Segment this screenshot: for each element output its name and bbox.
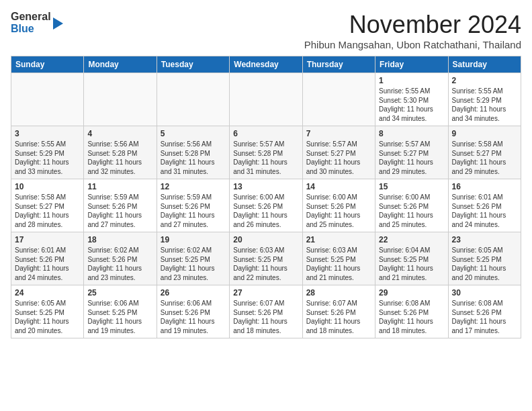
calendar-week-1: 1Sunrise: 5:55 AMSunset: 5:30 PMDaylight… — [11, 73, 521, 126]
calendar-cell — [157, 73, 229, 126]
calendar-cell: 2Sunrise: 5:55 AMSunset: 5:29 PMDaylight… — [448, 73, 521, 126]
calendar-header-sunday: Sunday — [11, 56, 84, 73]
day-number: 12 — [161, 182, 226, 191]
calendar-cell — [230, 73, 302, 126]
logo-blue: Blue — [11, 23, 51, 35]
day-number: 4 — [87, 129, 152, 138]
day-number: 27 — [233, 288, 298, 298]
calendar-week-2: 3Sunrise: 5:55 AMSunset: 5:29 PMDaylight… — [11, 126, 521, 179]
title-block: November 2024 Phibun Mangsahan, Ubon Rat… — [304, 11, 521, 50]
calendar-cell: 4Sunrise: 5:56 AMSunset: 5:28 PMDaylight… — [84, 126, 157, 179]
day-info: Sunrise: 6:01 AMSunset: 5:26 PMDaylight:… — [452, 193, 517, 229]
day-info: Sunrise: 6:08 AMSunset: 5:26 PMDaylight:… — [379, 299, 444, 335]
day-number: 16 — [452, 182, 517, 191]
day-number: 24 — [15, 288, 80, 298]
calendar-cell: 9Sunrise: 5:58 AMSunset: 5:27 PMDaylight… — [448, 126, 521, 179]
day-info: Sunrise: 6:04 AMSunset: 5:25 PMDaylight:… — [379, 246, 444, 282]
day-info: Sunrise: 6:05 AMSunset: 5:25 PMDaylight:… — [15, 299, 80, 335]
day-number: 18 — [87, 235, 152, 244]
calendar-week-5: 24Sunrise: 6:05 AMSunset: 5:25 PMDayligh… — [11, 285, 521, 338]
calendar-header-wednesday: Wednesday — [230, 56, 302, 73]
day-number: 20 — [233, 235, 298, 244]
calendar-cell: 27Sunrise: 6:07 AMSunset: 5:26 PMDayligh… — [230, 285, 302, 338]
calendar-cell: 28Sunrise: 6:07 AMSunset: 5:26 PMDayligh… — [302, 285, 375, 338]
calendar-cell: 8Sunrise: 5:57 AMSunset: 5:27 PMDaylight… — [375, 126, 448, 179]
calendar-cell: 3Sunrise: 5:55 AMSunset: 5:29 PMDaylight… — [11, 126, 84, 179]
day-info: Sunrise: 5:59 AMSunset: 5:26 PMDaylight:… — [87, 193, 152, 229]
location-subtitle: Phibun Mangsahan, Ubon Ratchathani, Thai… — [304, 39, 521, 50]
calendar-cell: 22Sunrise: 6:04 AMSunset: 5:25 PMDayligh… — [375, 232, 448, 285]
calendar-cell — [11, 73, 84, 126]
calendar-header-monday: Monday — [84, 56, 157, 73]
calendar-cell: 1Sunrise: 5:55 AMSunset: 5:30 PMDaylight… — [375, 73, 448, 126]
day-number: 14 — [306, 182, 371, 191]
day-info: Sunrise: 5:55 AMSunset: 5:30 PMDaylight:… — [379, 87, 444, 123]
day-number: 28 — [306, 288, 371, 298]
day-number: 3 — [15, 129, 80, 138]
day-info: Sunrise: 6:05 AMSunset: 5:25 PMDaylight:… — [452, 246, 517, 282]
calendar-cell: 20Sunrise: 6:03 AMSunset: 5:25 PMDayligh… — [230, 232, 302, 285]
day-number: 22 — [379, 235, 444, 244]
day-number: 23 — [452, 235, 517, 244]
calendar-cell: 25Sunrise: 6:06 AMSunset: 5:25 PMDayligh… — [84, 285, 157, 338]
day-info: Sunrise: 6:00 AMSunset: 5:26 PMDaylight:… — [379, 193, 444, 229]
calendar-cell — [302, 73, 375, 126]
calendar-cell: 17Sunrise: 6:01 AMSunset: 5:26 PMDayligh… — [11, 232, 84, 285]
logo-arrow-icon — [53, 17, 63, 30]
day-info: Sunrise: 5:57 AMSunset: 5:28 PMDaylight:… — [233, 140, 298, 176]
day-info: Sunrise: 6:07 AMSunset: 5:26 PMDaylight:… — [306, 299, 371, 335]
calendar-header-row: SundayMondayTuesdayWednesdayThursdayFrid… — [11, 56, 521, 73]
calendar-cell: 10Sunrise: 5:58 AMSunset: 5:27 PMDayligh… — [11, 179, 84, 232]
calendar-cell: 21Sunrise: 6:03 AMSunset: 5:25 PMDayligh… — [302, 232, 375, 285]
day-info: Sunrise: 6:03 AMSunset: 5:25 PMDaylight:… — [233, 246, 298, 282]
calendar-cell: 14Sunrise: 6:00 AMSunset: 5:26 PMDayligh… — [302, 179, 375, 232]
logo-name: General Blue — [11, 11, 51, 34]
day-info: Sunrise: 6:02 AMSunset: 5:25 PMDaylight:… — [161, 246, 226, 282]
calendar-cell: 13Sunrise: 6:00 AMSunset: 5:26 PMDayligh… — [230, 179, 302, 232]
day-number: 9 — [452, 129, 517, 138]
day-number: 26 — [161, 288, 226, 298]
calendar-cell: 12Sunrise: 5:59 AMSunset: 5:26 PMDayligh… — [157, 179, 229, 232]
day-info: Sunrise: 5:55 AMSunset: 5:29 PMDaylight:… — [452, 87, 517, 123]
logo: General Blue — [11, 11, 63, 34]
day-number: 8 — [379, 129, 444, 138]
day-number: 29 — [379, 288, 444, 298]
day-info: Sunrise: 6:08 AMSunset: 5:26 PMDaylight:… — [452, 299, 517, 335]
day-number: 10 — [15, 182, 80, 191]
calendar-header-tuesday: Tuesday — [157, 56, 229, 73]
day-info: Sunrise: 5:57 AMSunset: 5:27 PMDaylight:… — [379, 140, 444, 176]
day-number: 25 — [87, 288, 152, 298]
day-number: 15 — [379, 182, 444, 191]
day-number: 11 — [87, 182, 152, 191]
day-number: 17 — [15, 235, 80, 244]
calendar-header-thursday: Thursday — [302, 56, 375, 73]
calendar-cell: 18Sunrise: 6:02 AMSunset: 5:26 PMDayligh… — [84, 232, 157, 285]
calendar-week-3: 10Sunrise: 5:58 AMSunset: 5:27 PMDayligh… — [11, 179, 521, 232]
day-number: 5 — [161, 129, 226, 138]
day-number: 1 — [379, 76, 444, 85]
day-number: 6 — [233, 129, 298, 138]
calendar-table: SundayMondayTuesdayWednesdayThursdayFrid… — [11, 56, 521, 338]
calendar-week-4: 17Sunrise: 6:01 AMSunset: 5:26 PMDayligh… — [11, 232, 521, 285]
calendar-cell: 26Sunrise: 6:06 AMSunset: 5:26 PMDayligh… — [157, 285, 229, 338]
day-number: 13 — [233, 182, 298, 191]
day-info: Sunrise: 6:00 AMSunset: 5:26 PMDaylight:… — [306, 193, 371, 229]
logo-general: General — [11, 11, 51, 23]
calendar-cell: 24Sunrise: 6:05 AMSunset: 5:25 PMDayligh… — [11, 285, 84, 338]
day-info: Sunrise: 5:57 AMSunset: 5:27 PMDaylight:… — [306, 140, 371, 176]
day-info: Sunrise: 5:56 AMSunset: 5:28 PMDaylight:… — [87, 140, 152, 176]
day-info: Sunrise: 5:56 AMSunset: 5:28 PMDaylight:… — [161, 140, 226, 176]
day-number: 30 — [452, 288, 517, 298]
day-number: 19 — [161, 235, 226, 244]
calendar-cell — [84, 73, 157, 126]
day-info: Sunrise: 6:07 AMSunset: 5:26 PMDaylight:… — [233, 299, 298, 335]
day-number: 21 — [306, 235, 371, 244]
calendar-cell: 29Sunrise: 6:08 AMSunset: 5:26 PMDayligh… — [375, 285, 448, 338]
calendar-cell: 6Sunrise: 5:57 AMSunset: 5:28 PMDaylight… — [230, 126, 302, 179]
day-info: Sunrise: 5:59 AMSunset: 5:26 PMDaylight:… — [161, 193, 226, 229]
day-info: Sunrise: 6:01 AMSunset: 5:26 PMDaylight:… — [15, 246, 80, 282]
day-info: Sunrise: 5:58 AMSunset: 5:27 PMDaylight:… — [15, 193, 80, 229]
day-info: Sunrise: 6:00 AMSunset: 5:26 PMDaylight:… — [233, 193, 298, 229]
page-header: General Blue November 2024 Phibun Mangsa… — [11, 11, 521, 50]
month-title: November 2024 — [304, 11, 521, 39]
